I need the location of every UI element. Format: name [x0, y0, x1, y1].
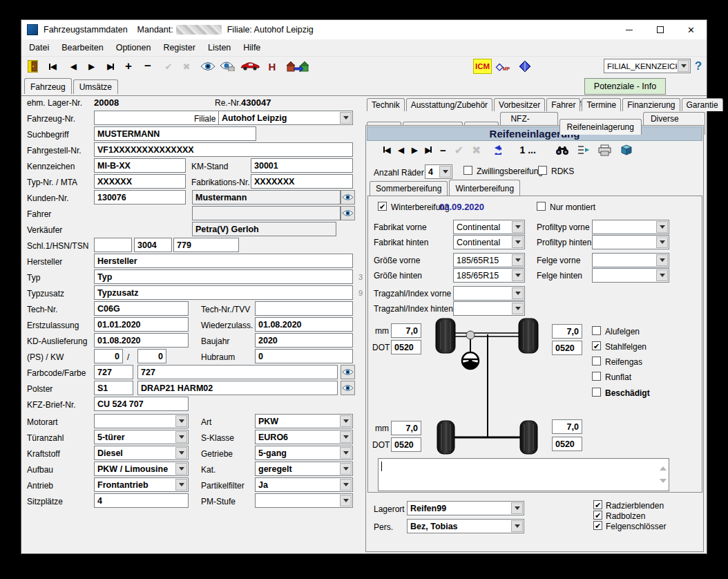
prev-record-button[interactable]: ◀	[67, 59, 79, 74]
felgenschloesser-checkbox[interactable]: ✔	[593, 521, 602, 530]
rear-right-mm-input[interactable]	[552, 419, 582, 434]
getriebe-select[interactable]: 5-gang	[255, 446, 353, 460]
motorart-select[interactable]	[94, 414, 189, 428]
rdks-checkbox[interactable]	[538, 166, 547, 175]
first-record-button[interactable]: ◀	[45, 59, 60, 74]
s-klasse-select[interactable]: EURO6	[255, 430, 353, 444]
polster-input[interactable]	[137, 381, 338, 395]
print-icon[interactable]	[598, 144, 611, 156]
groesse-hinten-dropdown-arrow-icon[interactable]	[512, 269, 524, 281]
kunden-lookup-button[interactable]	[341, 190, 355, 205]
tvv-input[interactable]	[255, 301, 353, 316]
tab-reifeneinlagerung[interactable]: Reifeneinlagerung	[559, 119, 642, 135]
tire-last-button[interactable]: ▶	[425, 146, 431, 155]
front-right-mm-input[interactable]	[552, 324, 582, 339]
farbe-lookup-button[interactable]	[341, 365, 355, 379]
pm-stufe-select[interactable]	[255, 493, 353, 508]
rear-left-mm-input[interactable]	[391, 421, 421, 435]
view-button[interactable]	[200, 59, 216, 74]
tire-delete-button[interactable]: −	[440, 144, 446, 156]
polster-code-input[interactable]	[94, 381, 133, 395]
profiltyp-vorne-select[interactable]	[592, 220, 669, 234]
anzahl-raeder-select[interactable]: 4	[425, 164, 452, 179]
motorart-dropdown-arrow-icon[interactable]	[175, 415, 187, 427]
erstzulassung-input[interactable]	[94, 317, 189, 332]
getriebe-dropdown-arrow-icon[interactable]	[340, 447, 352, 459]
tire-next-button[interactable]: ▶	[412, 146, 416, 155]
tire-prev-button[interactable]: ◀	[398, 146, 403, 155]
fabrikat-hinten-dropdown-arrow-icon[interactable]	[512, 236, 524, 248]
felge-hinten-select[interactable]	[592, 268, 669, 283]
minimize-button[interactable]	[613, 20, 644, 39]
hersteller-input[interactable]	[94, 254, 353, 268]
farbcode-input[interactable]	[94, 365, 133, 379]
tab-garantie[interactable]: Garantie	[682, 98, 723, 111]
sortierfolge-select[interactable]: FILIAL_KENNZEICHEN	[604, 59, 691, 73]
help-button[interactable]: ?	[693, 59, 704, 74]
add-record-button[interactable]: +	[122, 59, 135, 74]
wiederzulassung-input[interactable]	[255, 317, 353, 332]
tsn-input[interactable]	[173, 238, 239, 252]
tire-first-button[interactable]: ◀	[383, 146, 390, 155]
list-insert-icon[interactable]	[577, 145, 590, 155]
menu-listen[interactable]: Listen	[202, 41, 237, 55]
felge-vorne-dropdown-arrow-icon[interactable]	[656, 254, 668, 266]
menu-hilfe[interactable]: Hilfe	[237, 41, 267, 55]
vehicle-button[interactable]	[239, 59, 261, 74]
winterbereifung-checkbox[interactable]: ✔	[378, 202, 387, 211]
rear-right-dot-input[interactable]	[552, 437, 582, 451]
front-right-dot-input[interactable]	[552, 341, 582, 355]
tragzahl-vorne-dropdown-arrow-icon[interactable]	[512, 287, 524, 299]
s-klasse-dropdown-arrow-icon[interactable]	[340, 431, 352, 443]
exit-door-button[interactable]	[27, 59, 39, 74]
kunden-nr-input[interactable]	[94, 190, 186, 205]
menu-register[interactable]: Register	[157, 41, 202, 55]
kw-input[interactable]	[137, 349, 166, 363]
beschaedigt-checkbox[interactable]	[592, 388, 601, 397]
close-button[interactable]: ✕	[676, 20, 707, 39]
hsn-input[interactable]	[134, 238, 172, 252]
sitzplaetze-input[interactable]	[94, 493, 189, 508]
reifengas-checkbox[interactable]	[592, 357, 601, 366]
stahlfelgen-checkbox[interactable]: ✔	[592, 341, 601, 350]
icm-button[interactable]: ICM	[473, 59, 492, 74]
kraftstoff-select[interactable]: Diesel	[94, 446, 189, 460]
tab-finanzierung[interactable]: Finanzierung	[622, 98, 680, 111]
last-record-button[interactable]: ▶	[103, 59, 118, 74]
undo-icon[interactable]	[489, 145, 501, 155]
art-dropdown-arrow-icon[interactable]	[340, 415, 352, 427]
kat-dropdown-arrow-icon[interactable]	[340, 463, 352, 475]
kfz-brief-input[interactable]	[94, 397, 189, 411]
hubraum-input[interactable]	[255, 349, 353, 363]
anzahl-raeder-dropdown-arrow-icon[interactable]	[439, 166, 451, 178]
kennzeichen-input[interactable]	[94, 158, 186, 173]
view-detail-button[interactable]	[219, 59, 236, 74]
tab-fahrer[interactable]: Fahrer	[546, 98, 580, 111]
catalog-button[interactable]	[517, 59, 533, 74]
alufelgen-checkbox[interactable]	[592, 326, 601, 335]
kraftstoff-dropdown-arrow-icon[interactable]	[175, 447, 187, 459]
mp-button[interactable]: ◇MP	[494, 59, 512, 74]
aufbau-dropdown-arrow-icon[interactable]	[175, 463, 187, 475]
scroll-up-arrow-icon[interactable]	[660, 463, 667, 471]
notes-textarea[interactable]	[378, 458, 669, 491]
typ-nr-input[interactable]	[94, 174, 186, 189]
baujahr-input[interactable]	[255, 333, 353, 348]
title-bar[interactable]: Fahrzeugstammdaten Mandant: Filiale: Aut…	[21, 20, 707, 39]
groesse-vorne-select[interactable]: 185/65R15	[453, 253, 525, 267]
sortierfolge-dropdown-arrow-icon[interactable]	[678, 60, 689, 72]
rear-left-dot-input[interactable]	[391, 437, 421, 452]
profiltyp-hinten-select[interactable]	[592, 235, 669, 249]
ps-input[interactable]	[94, 349, 123, 363]
fabrikat-vorne-select[interactable]: Continental	[453, 220, 525, 234]
delete-record-button[interactable]: −	[142, 59, 154, 74]
history-button[interactable]: H	[267, 59, 278, 74]
tab-fahrzeug[interactable]: Fahrzeug	[24, 78, 72, 94]
pers-dropdown-arrow-icon[interactable]	[511, 520, 523, 532]
tueranzahl-dropdown-arrow-icon[interactable]	[175, 431, 187, 443]
menu-optionen[interactable]: Optionen	[110, 41, 157, 55]
partikelfilter-select[interactable]: Ja	[255, 477, 353, 492]
farbe-input[interactable]	[137, 365, 338, 379]
tab-umsaetze[interactable]: Umsätze	[73, 79, 118, 94]
next-record-button[interactable]: ▶	[85, 59, 97, 74]
